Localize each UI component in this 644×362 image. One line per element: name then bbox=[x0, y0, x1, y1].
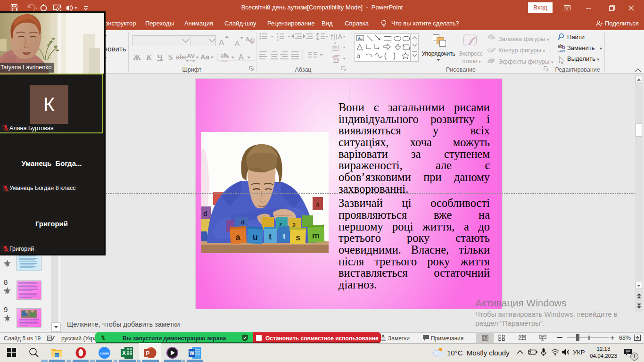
svg-text:u: u bbox=[252, 232, 258, 242]
svg-text:Aa: Aa bbox=[200, 53, 210, 61]
svg-text:s: s bbox=[296, 232, 301, 242]
svg-text:p: p bbox=[241, 220, 245, 227]
svg-text:P: P bbox=[146, 350, 149, 357]
svg-text:d: d bbox=[203, 210, 207, 217]
svg-text:A: A bbox=[235, 39, 239, 47]
svg-text:abc: abc bbox=[176, 53, 187, 61]
svg-text:t: t bbox=[269, 232, 272, 241]
svg-text:A: A bbox=[358, 36, 361, 41]
svg-text:zoom: zoom bbox=[100, 351, 109, 355]
svg-text:X: X bbox=[122, 350, 126, 356]
svg-text:S: S bbox=[168, 53, 173, 62]
svg-text:AV: AV bbox=[187, 52, 195, 59]
svg-text:m: m bbox=[312, 230, 320, 240]
svg-text:A: A bbox=[239, 53, 244, 61]
svg-text:A: A bbox=[338, 33, 342, 40]
svg-text:3: 3 bbox=[277, 38, 279, 41]
svg-text:ı: ı bbox=[283, 231, 286, 240]
svg-text:A: A bbox=[219, 38, 224, 47]
svg-text:К: К bbox=[146, 53, 152, 62]
svg-text:ac: ac bbox=[560, 49, 565, 53]
svg-text:Ч: Ч bbox=[157, 53, 163, 62]
svg-text:Ж: Ж bbox=[133, 53, 141, 62]
svg-text:W: W bbox=[190, 350, 195, 356]
svg-text:a: a bbox=[316, 201, 320, 208]
